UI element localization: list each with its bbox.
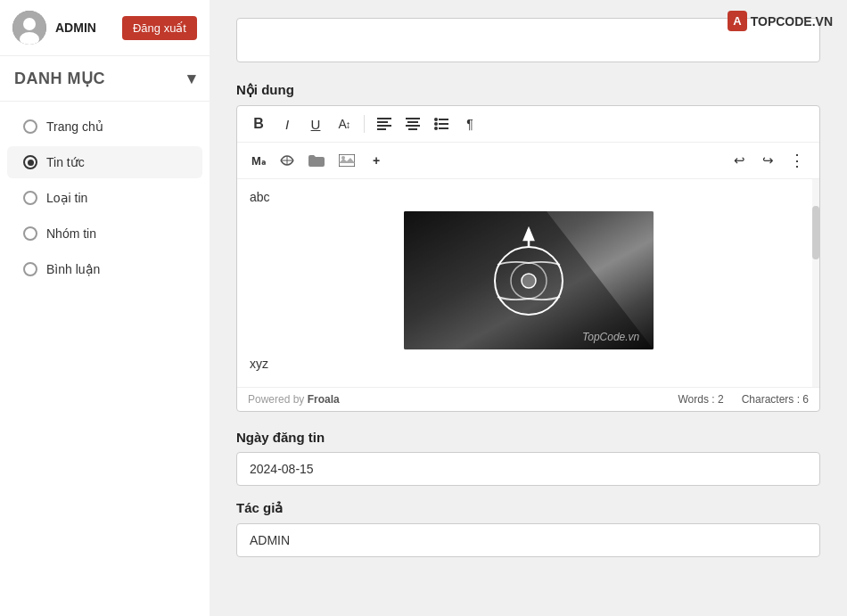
sidebar-header: ADMIN Đăng xuất — [0, 0, 210, 56]
sidebar-item-tin-tuc[interactable]: Tin tức — [7, 146, 202, 178]
sidebar-item-label: Nhóm tin — [46, 226, 96, 241]
tac-gia-label: Tác giả — [236, 500, 820, 516]
svg-rect-9 — [406, 125, 420, 127]
svg-rect-14 — [439, 123, 448, 125]
sidebar-item-label: Bình luận — [46, 262, 100, 276]
align-center-button[interactable] — [400, 111, 425, 136]
chevron-down-icon: ▾ — [187, 69, 196, 88]
toolbar-row-1: B I U A↕ ¶ — [237, 106, 819, 143]
link-button[interactable] — [275, 148, 300, 173]
sidebar-item-label: Loại tin — [46, 191, 87, 205]
list-button[interactable] — [429, 111, 454, 136]
sidebar-item-label: Trang chủ — [46, 119, 103, 134]
svg-point-15 — [434, 127, 438, 130]
main-content: A TOPCODE.VN Nội dung B I U A↕ ¶ — [210, 0, 847, 616]
logout-button[interactable]: Đăng xuất — [122, 16, 197, 40]
svg-rect-3 — [377, 118, 391, 119]
radio-nhom-tin — [23, 226, 37, 241]
svg-rect-16 — [439, 127, 448, 129]
underline-button[interactable]: U — [303, 111, 328, 136]
svg-point-25 — [522, 274, 536, 288]
insert-more-button[interactable]: + — [364, 148, 389, 173]
svg-point-1 — [23, 18, 36, 30]
svg-rect-6 — [377, 128, 386, 130]
editor-footer: Powered by Froala Words : 2 Characters :… — [237, 387, 819, 411]
sidebar-item-nhom-tin[interactable]: Nhóm tin — [7, 218, 202, 250]
image-button[interactable] — [333, 148, 360, 173]
editor-content-line1: abc — [250, 190, 807, 204]
radio-trang-chu — [23, 119, 37, 134]
svg-rect-7 — [406, 118, 420, 119]
danh-muc-bar: DANH MỤC ▾ — [0, 56, 210, 102]
sidebar-item-loai-tin[interactable]: Loại tin — [7, 182, 202, 214]
topcode-brand-label: TOPCODE.VN — [751, 14, 833, 29]
nav-items: Trang chủ Tin tức Loại tin Nhóm tin Bình… — [0, 102, 210, 294]
avatar — [12, 11, 46, 45]
editor-embedded-image: TopCode.vn — [404, 211, 654, 349]
rich-text-editor: B I U A↕ ¶ Mₐ — [236, 105, 820, 412]
radio-tin-tuc — [23, 155, 37, 169]
author-input[interactable] — [236, 523, 820, 557]
editor-image-container: TopCode.vn — [250, 211, 807, 349]
admin-name-label: ADMIN — [55, 21, 113, 35]
ngay-dang-tin-label: Ngày đăng tin — [236, 430, 820, 445]
sidebar-item-trang-chu[interactable]: Trang chủ — [7, 111, 202, 143]
sidebar-item-binh-luan[interactable]: Bình luận — [7, 253, 202, 285]
svg-rect-4 — [377, 121, 388, 123]
danh-muc-label: DANH MỤC — [14, 69, 105, 88]
sidebar-item-label: Tin tức — [46, 155, 85, 169]
toolbar-row-2: Mₐ + ↩ ↪ ⋮ — [237, 143, 819, 179]
topcode-logo-icon: A — [728, 11, 746, 31]
editor-body[interactable]: abc — [237, 179, 819, 387]
sidebar: ADMIN Đăng xuất DANH MỤC ▾ Trang chủ Tin… — [0, 0, 210, 616]
editor-scrollbar-thumb[interactable] — [812, 206, 819, 259]
rog-logo-svg: TopCode.vn — [404, 211, 654, 349]
editor-content-line2: xyz — [250, 357, 807, 371]
bold-button[interactable]: B — [246, 111, 271, 136]
folder-button[interactable] — [303, 148, 330, 173]
italic-button[interactable]: I — [275, 111, 300, 136]
words-stat: Words : 2 — [678, 393, 723, 406]
editor-scrollbar[interactable] — [812, 179, 819, 387]
powered-by-label: Powered by Froala — [248, 393, 678, 406]
font-size-button[interactable]: A↕ — [332, 111, 357, 136]
redo-button[interactable]: ↪ — [755, 148, 780, 173]
svg-rect-5 — [377, 125, 391, 127]
radio-loai-tin — [23, 191, 37, 205]
noi-dung-label: Nội dung — [236, 82, 820, 98]
align-left-button[interactable] — [372, 111, 397, 136]
radio-binh-luan — [23, 262, 37, 276]
svg-rect-10 — [408, 128, 417, 130]
more-options-button[interactable]: ⋮ — [784, 148, 810, 173]
svg-point-13 — [434, 122, 438, 126]
svg-text:TopCode.vn: TopCode.vn — [582, 331, 640, 343]
undo-button[interactable]: ↩ — [727, 148, 752, 173]
toolbar-separator-1 — [364, 115, 365, 133]
chars-stat: Characters : 6 — [742, 393, 809, 406]
paragraph-button[interactable]: ¶ — [457, 111, 482, 136]
svg-rect-12 — [439, 119, 448, 120]
editor-stats: Words : 2 Characters : 6 — [678, 393, 809, 406]
topcode-header: A TOPCODE.VN — [728, 11, 833, 31]
special-chars-button[interactable]: Mₐ — [246, 148, 271, 173]
svg-point-11 — [434, 118, 438, 121]
date-input[interactable] — [236, 452, 820, 486]
svg-rect-8 — [407, 121, 418, 123]
